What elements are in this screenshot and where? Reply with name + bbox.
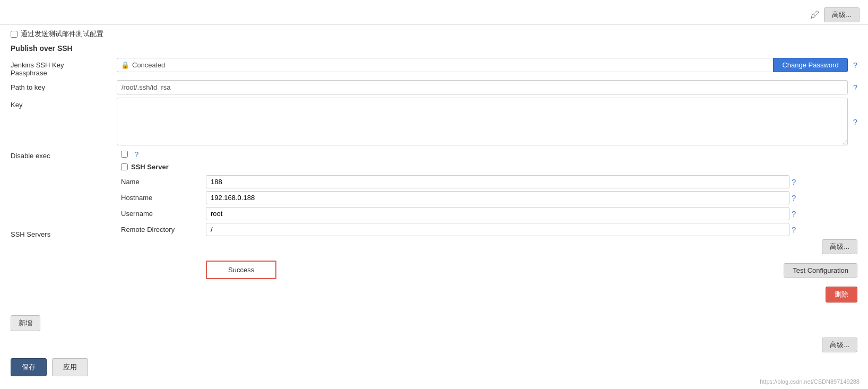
add-button-row: 新增 bbox=[11, 311, 857, 331]
delete-button[interactable]: 删除 bbox=[826, 287, 857, 302]
top-advanced-button[interactable]: 高级... bbox=[824, 7, 860, 22]
bottom-advanced-row: 高级... bbox=[11, 338, 857, 352]
server-name-row: Name ? bbox=[121, 175, 857, 188]
passphrase-input[interactable] bbox=[117, 58, 773, 72]
ssh-servers-label-row: SSH Servers SSH Server Name ? Hostname bbox=[11, 163, 857, 302]
server-username-label: Username bbox=[121, 210, 206, 218]
key-form-row: Key ? bbox=[11, 98, 857, 145]
ssh-server-block: SSH Server Name ? Hostname ? Usern bbox=[121, 163, 857, 302]
add-button[interactable]: 新增 bbox=[11, 315, 40, 331]
test-email-label: 通过发送测试邮件测试配置 bbox=[21, 29, 103, 39]
key-textarea[interactable] bbox=[117, 98, 848, 145]
url-watermark: https://blog.csdn.net/CSDN897149288 bbox=[760, 378, 860, 385]
server-username-input[interactable] bbox=[206, 207, 789, 220]
key-label: Key bbox=[11, 98, 117, 109]
key-control-wrap: ? bbox=[117, 98, 857, 145]
change-password-button[interactable]: Change Password bbox=[773, 58, 847, 72]
form-section: Jenkins SSH Key Passphrase 🔒 Change Pass… bbox=[11, 58, 857, 306]
path-to-key-input[interactable] bbox=[117, 80, 848, 94]
apply-button[interactable]: 应用 bbox=[52, 358, 88, 376]
disable-exec-help-icon[interactable]: ? bbox=[134, 150, 138, 159]
main-content: 通过发送测试邮件测试配置 Publish over SSH Jenkins SS… bbox=[0, 29, 868, 352]
top-bar: 🖊 高级... bbox=[0, 5, 868, 25]
passphrase-wrap: 🔒 Change Password bbox=[117, 58, 848, 72]
server-action-buttons: 高级... Success Test Configuration 删除 bbox=[121, 239, 857, 302]
ssh-server-header-label: SSH Server bbox=[131, 163, 169, 171]
test-email-checkbox[interactable] bbox=[11, 31, 18, 38]
server-hostname-input[interactable] bbox=[206, 191, 789, 204]
test-configuration-button[interactable]: Test Configuration bbox=[784, 263, 857, 278]
passphrase-form-row: Jenkins SSH Key Passphrase 🔒 Change Pass… bbox=[11, 58, 857, 77]
passphrase-help-icon[interactable]: ? bbox=[853, 60, 857, 70]
jenkins-ssh-key-label: Jenkins SSH Key bbox=[11, 61, 117, 69]
page-wrapper: 🖊 高级... 通过发送测试邮件测试配置 Publish over SSH Je… bbox=[0, 0, 868, 389]
disable-exec-row: Disable exec ? bbox=[11, 149, 857, 160]
footer-buttons: 保存 应用 bbox=[0, 351, 99, 384]
server-remote-dir-help-icon[interactable]: ? bbox=[792, 225, 796, 234]
disable-exec-label: Disable exec bbox=[11, 149, 117, 160]
bottom-advanced-button[interactable]: 高级... bbox=[822, 338, 857, 352]
server-username-help-icon[interactable]: ? bbox=[792, 209, 796, 218]
path-to-key-label: Path to key bbox=[11, 80, 117, 91]
server-remote-dir-input[interactable] bbox=[206, 223, 789, 236]
server-name-input[interactable] bbox=[206, 175, 789, 188]
passphrase-control-wrap: 🔒 Change Password ? bbox=[117, 58, 857, 72]
server-advanced-button[interactable]: 高级... bbox=[822, 239, 857, 254]
success-label: Success bbox=[228, 266, 254, 274]
server-username-row: Username ? bbox=[121, 207, 857, 220]
server-remote-dir-row: Remote Directory ? bbox=[121, 223, 857, 236]
server-hostname-label: Hostname bbox=[121, 194, 206, 202]
section-title: Publish over SSH bbox=[11, 44, 857, 53]
passphrase-label: Jenkins SSH Key Passphrase bbox=[11, 58, 117, 77]
save-button[interactable]: 保存 bbox=[11, 358, 47, 376]
edit-icon: 🖊 bbox=[810, 10, 820, 21]
server-hostname-row: Hostname ? bbox=[121, 191, 857, 204]
success-box: Success bbox=[206, 261, 276, 279]
server-remote-dir-label: Remote Directory bbox=[121, 226, 206, 234]
path-to-key-control-wrap: ? bbox=[117, 80, 857, 94]
test-email-row: 通过发送测试邮件测试配置 bbox=[11, 29, 857, 39]
ssh-server-checkbox[interactable] bbox=[121, 163, 128, 170]
path-to-key-form-row: Path to key ? bbox=[11, 80, 857, 94]
disable-exec-checkbox[interactable] bbox=[121, 151, 128, 158]
server-name-help-icon[interactable]: ? bbox=[792, 177, 796, 186]
ssh-server-header: SSH Server bbox=[121, 163, 857, 171]
lock-icon: 🔒 bbox=[121, 61, 129, 69]
success-test-row: Success Test Configuration bbox=[121, 257, 857, 283]
server-hostname-help-icon[interactable]: ? bbox=[792, 193, 796, 202]
passphrase-sublabel: Passphrase bbox=[11, 69, 117, 77]
ssh-servers-label: SSH Servers bbox=[11, 227, 117, 238]
path-to-key-help-icon[interactable]: ? bbox=[853, 83, 857, 92]
key-help-icon[interactable]: ? bbox=[853, 117, 857, 126]
server-name-label: Name bbox=[121, 178, 206, 186]
